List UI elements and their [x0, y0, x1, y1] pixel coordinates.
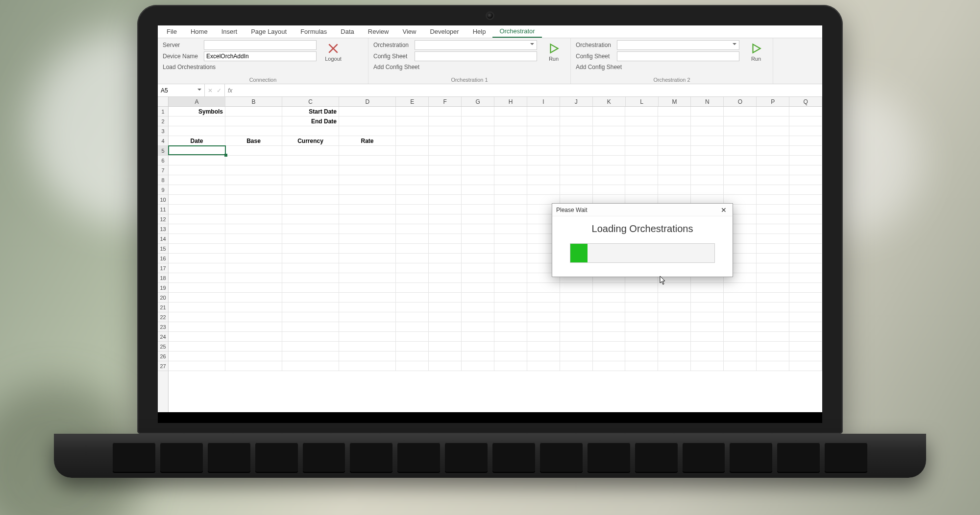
cell-A8[interactable]	[169, 175, 225, 185]
cell-P10[interactable]	[757, 195, 789, 205]
cell-B21[interactable]	[225, 303, 282, 312]
cell-G17[interactable]	[462, 263, 494, 273]
cell-B1[interactable]	[225, 107, 282, 117]
cell-B5[interactable]	[225, 146, 282, 156]
row-header-4[interactable]: 4	[158, 136, 168, 146]
cell-M6[interactable]	[658, 156, 691, 165]
cell-G14[interactable]	[462, 234, 494, 244]
cell-E8[interactable]	[396, 175, 429, 185]
cell-N27[interactable]	[691, 361, 724, 371]
cell-H11[interactable]	[494, 205, 527, 214]
cell-G25[interactable]	[462, 342, 494, 351]
cell-F12[interactable]	[429, 214, 462, 224]
col-header-Q[interactable]: Q	[789, 97, 822, 106]
cell-N8[interactable]	[691, 175, 724, 185]
cell-Q7[interactable]	[789, 165, 822, 175]
cell-Q12[interactable]	[789, 214, 822, 224]
cell-K23[interactable]	[593, 322, 626, 332]
cell-D19[interactable]	[339, 283, 396, 293]
cell-F10[interactable]	[429, 195, 462, 205]
cell-F7[interactable]	[429, 165, 462, 175]
row-header-25[interactable]: 25	[158, 342, 168, 351]
cell-K19[interactable]	[593, 283, 626, 293]
cell-H4[interactable]	[494, 136, 527, 146]
cell-F8[interactable]	[429, 175, 462, 185]
cell-N21[interactable]	[691, 303, 724, 312]
cell-A21[interactable]	[169, 303, 225, 312]
cell-B24[interactable]	[225, 332, 282, 342]
cell-I24[interactable]	[527, 332, 560, 342]
cell-C2[interactable]: End Date	[282, 117, 339, 126]
cell-Q15[interactable]	[789, 244, 822, 254]
cell-F16[interactable]	[429, 254, 462, 263]
cell-F17[interactable]	[429, 263, 462, 273]
cell-C19[interactable]	[282, 283, 339, 293]
cell-Q27[interactable]	[789, 361, 822, 371]
cell-G10[interactable]	[462, 195, 494, 205]
cell-I20[interactable]	[527, 293, 560, 303]
tab-data[interactable]: Data	[334, 25, 361, 38]
tab-view[interactable]: View	[395, 25, 423, 38]
cell-K9[interactable]	[593, 185, 626, 195]
col-header-D[interactable]: D	[339, 97, 396, 106]
cell-K27[interactable]	[593, 361, 626, 371]
cell-H2[interactable]	[494, 117, 527, 126]
cell-I19[interactable]	[527, 283, 560, 293]
cell-K8[interactable]	[593, 175, 626, 185]
cell-P15[interactable]	[757, 244, 789, 254]
cell-Q13[interactable]	[789, 224, 822, 234]
cell-H26[interactable]	[494, 351, 527, 361]
cell-D24[interactable]	[339, 332, 396, 342]
cell-N23[interactable]	[691, 322, 724, 332]
cell-I4[interactable]	[527, 136, 560, 146]
cell-L3[interactable]	[625, 126, 658, 136]
cell-H6[interactable]	[494, 156, 527, 165]
cell-B8[interactable]	[225, 175, 282, 185]
col-header-N[interactable]: N	[691, 97, 724, 106]
cell-B15[interactable]	[225, 244, 282, 254]
cell-O19[interactable]	[724, 283, 757, 293]
cell-F15[interactable]	[429, 244, 462, 254]
cell-H12[interactable]	[494, 214, 527, 224]
cell-B10[interactable]	[225, 195, 282, 205]
cell-I8[interactable]	[527, 175, 560, 185]
cell-E1[interactable]	[396, 107, 429, 117]
row-header-21[interactable]: 21	[158, 303, 168, 312]
cell-D22[interactable]	[339, 312, 396, 322]
cell-H3[interactable]	[494, 126, 527, 136]
cell-A10[interactable]	[169, 195, 225, 205]
cell-Q2[interactable]	[789, 117, 822, 126]
cell-P24[interactable]	[757, 332, 789, 342]
cell-D15[interactable]	[339, 244, 396, 254]
row-header-22[interactable]: 22	[158, 312, 168, 322]
tab-review[interactable]: Review	[361, 25, 396, 38]
cell-Q22[interactable]	[789, 312, 822, 322]
cell-P27[interactable]	[757, 361, 789, 371]
cell-K22[interactable]	[593, 312, 626, 322]
cell-P4[interactable]	[757, 136, 789, 146]
cell-L25[interactable]	[625, 342, 658, 351]
cell-B14[interactable]	[225, 234, 282, 244]
cell-L2[interactable]	[625, 117, 658, 126]
row-header-16[interactable]: 16	[158, 254, 168, 263]
row-header-11[interactable]: 11	[158, 205, 168, 214]
cell-J8[interactable]	[560, 175, 593, 185]
cell-E22[interactable]	[396, 312, 429, 322]
cell-N9[interactable]	[691, 185, 724, 195]
cell-M8[interactable]	[658, 175, 691, 185]
cell-Q17[interactable]	[789, 263, 822, 273]
cell-E9[interactable]	[396, 185, 429, 195]
cell-D11[interactable]	[339, 205, 396, 214]
cell-E5[interactable]	[396, 146, 429, 156]
cell-F9[interactable]	[429, 185, 462, 195]
cell-C12[interactable]	[282, 214, 339, 224]
cell-A19[interactable]	[169, 283, 225, 293]
cell-O6[interactable]	[724, 156, 757, 165]
orch1-orch-select[interactable]	[415, 40, 537, 50]
cell-F18[interactable]	[429, 273, 462, 283]
cell-J27[interactable]	[560, 361, 593, 371]
cell-O24[interactable]	[724, 332, 757, 342]
cell-F1[interactable]	[429, 107, 462, 117]
cell-P16[interactable]	[757, 254, 789, 263]
cell-B22[interactable]	[225, 312, 282, 322]
